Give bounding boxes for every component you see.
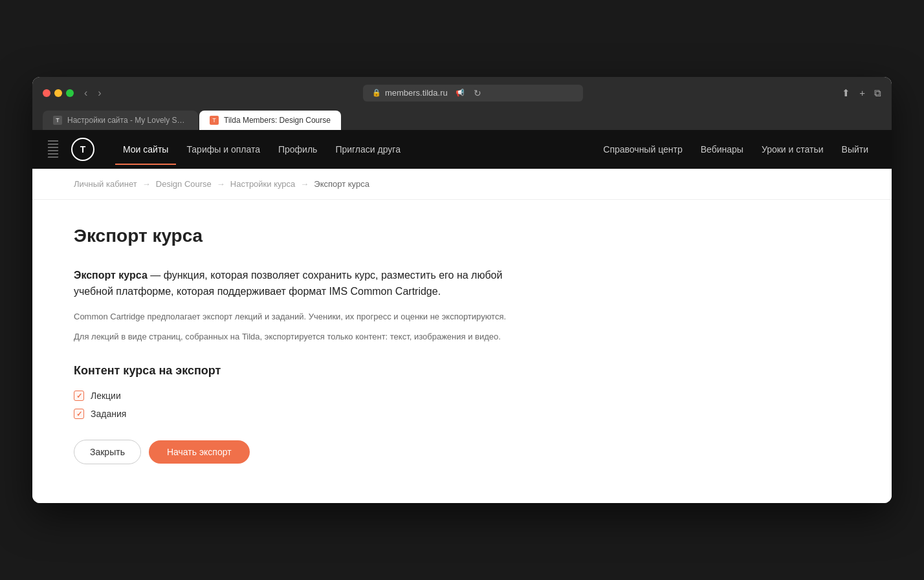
address-text: members.tilda.ru <box>385 88 448 98</box>
browser-titlebar: ‹ › 🔒 members.tilda.ru 📢 ↻ ⬆ + ⧉ <box>43 85 881 108</box>
share-icon[interactable]: ⬆ <box>842 87 850 99</box>
breadcrumb-personal[interactable]: Личный кабинет <box>74 179 137 189</box>
browser-window: ‹ › 🔒 members.tilda.ru 📢 ↻ ⬆ + ⧉ <box>32 77 892 504</box>
tab-tilda-members[interactable]: T Tilda Members: Design Course <box>199 111 341 130</box>
description-block: Экспорт курса — функция, которая позволя… <box>74 267 509 344</box>
checkbox-tasks[interactable]: ✓ Задания <box>74 409 509 419</box>
browser-chrome: ‹ › 🔒 members.tilda.ru 📢 ↻ ⬆ + ⧉ <box>32 77 892 130</box>
checkmark-lectures: ✓ <box>76 392 82 400</box>
nav-links-left: Мои сайты Тарифы и оплата Профиль Пригла… <box>115 139 408 160</box>
start-export-button[interactable]: Начать экспорт <box>149 440 250 464</box>
nav-invite[interactable]: Пригласи друга <box>327 139 408 160</box>
back-button[interactable]: ‹ <box>82 86 90 100</box>
checkbox-lectures-label: Лекции <box>91 391 121 401</box>
forward-button[interactable]: › <box>95 86 104 100</box>
close-button[interactable] <box>43 89 50 97</box>
new-tab-icon[interactable]: + <box>859 87 865 98</box>
checkbox-tasks-label: Задания <box>91 409 126 419</box>
minimize-button[interactable] <box>54 89 62 97</box>
fullscreen-button[interactable] <box>66 89 74 97</box>
nav-tutorials[interactable]: Уроки и статьи <box>754 139 831 160</box>
tab-favicon-2: T <box>210 116 219 125</box>
main-content-area: Экспорт курса Экспорт курса — функция, к… <box>32 200 550 504</box>
tile-icon[interactable]: ⧉ <box>874 87 881 99</box>
nav-links-right: Справочный центр Вебинары Уроки и статьи… <box>595 139 876 160</box>
nav-profile[interactable]: Профиль <box>270 139 325 160</box>
tab-favicon-1: T <box>53 116 62 125</box>
breadcrumb-arrow-3: → <box>300 179 309 189</box>
checkmark-tasks: ✓ <box>76 410 82 418</box>
nav-tariffs[interactable]: Тарифы и оплата <box>179 139 268 160</box>
nav-help[interactable]: Справочный центр <box>595 139 690 160</box>
checkbox-group: ✓ Лекции ✓ Задания <box>74 391 509 419</box>
page-content: T Мои сайты Тарифы и оплата Профиль Приг… <box>32 130 892 504</box>
breadcrumb-arrow-2: → <box>217 179 225 189</box>
tab-settings-site[interactable]: T Настройки сайта - My Lovely Space - Ti… <box>43 111 198 130</box>
nav-webinars[interactable]: Вебинары <box>693 139 751 160</box>
traffic-lights <box>43 89 74 97</box>
breadcrumb-export: Экспорт курса <box>314 179 369 189</box>
tab-label-1: Настройки сайта - My Lovely Space - Tild… <box>67 116 188 125</box>
browser-nav-buttons: ‹ › <box>82 86 104 100</box>
breadcrumb: Личный кабинет → Design Course → Настрой… <box>32 169 892 200</box>
nav-my-sites[interactable]: Мои сайты <box>115 139 176 160</box>
section-title: Контент курса на экспорт <box>74 364 509 378</box>
description-bold: Экспорт курса <box>74 270 148 281</box>
note-2: Для лекций в виде страниц, собранных на … <box>74 330 509 344</box>
browser-tabs: T Настройки сайта - My Lovely Space - Ti… <box>43 108 881 130</box>
logo-area: T <box>48 138 94 161</box>
breadcrumb-settings[interactable]: Настройки курса <box>230 179 296 189</box>
address-bar-area: 🔒 members.tilda.ru 📢 ↻ <box>112 85 835 102</box>
page-title: Экспорт курса <box>74 226 509 246</box>
top-nav: T Мои сайты Тарифы и оплата Профиль Приг… <box>32 130 892 169</box>
checkbox-lectures-box[interactable]: ✓ <box>74 391 84 401</box>
reload-icon[interactable]: ↻ <box>474 88 481 98</box>
note-1: Common Cartridge предполагает экспорт ле… <box>74 310 509 324</box>
breadcrumb-course[interactable]: Design Course <box>156 179 212 189</box>
speaker-icon: 📢 <box>456 89 465 97</box>
lock-icon: 🔒 <box>372 89 381 97</box>
description-main: Экспорт курса — функция, которая позволя… <box>74 267 509 300</box>
tilda-logo[interactable]: T <box>71 138 94 161</box>
checkbox-lectures[interactable]: ✓ Лекции <box>74 391 509 401</box>
close-button-action[interactable]: Закрыть <box>74 440 141 464</box>
checkbox-tasks-box[interactable]: ✓ <box>74 409 84 419</box>
logo-letter: T <box>80 144 86 155</box>
action-buttons: Закрыть Начать экспорт <box>74 440 509 464</box>
tab-label-2: Tilda Members: Design Course <box>224 116 331 125</box>
address-bar[interactable]: 🔒 members.tilda.ru 📢 ↻ <box>363 85 583 102</box>
breadcrumb-arrow-1: → <box>142 179 151 189</box>
nav-logout[interactable]: Выйти <box>834 139 876 160</box>
browser-actions: ⬆ + ⧉ <box>842 87 881 99</box>
